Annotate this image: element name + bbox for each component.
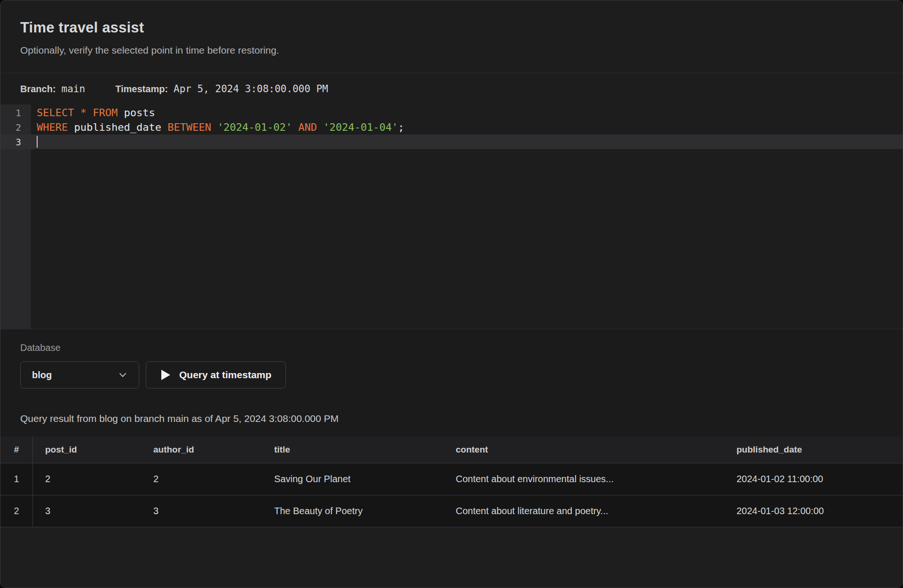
code-text: SELECT * FROM posts — [37, 107, 155, 119]
database-label: Database — [20, 342, 883, 354]
column-header: title — [262, 445, 444, 455]
sql-editor[interactable]: 1SELECT * FROM posts2WHERE published_dat… — [0, 104, 903, 329]
editor-lines: 1SELECT * FROM posts2WHERE published_dat… — [0, 104, 903, 149]
query-panel: Database blog Query at timestamp Query r… — [0, 329, 903, 588]
page-subtitle: Optionally, verify the selected point in… — [20, 44, 883, 57]
result-table: #post_idauthor_idtitlecontentpublished_d… — [0, 437, 903, 527]
table-cell: 3 — [33, 506, 141, 516]
database-select[interactable]: blog — [20, 361, 139, 389]
code-text: WHERE published_date BETWEEN '2024-01-02… — [37, 121, 404, 133]
editor-line[interactable]: 1SELECT * FROM posts — [0, 105, 903, 120]
table-cell: 2 — [0, 495, 33, 527]
column-header: content — [444, 445, 724, 455]
branch-timestamp-bar: Branch: main Timestamp: Apr 5, 2024 3:08… — [0, 73, 903, 104]
line-number: 2 — [0, 122, 32, 133]
table-cell: 2 — [141, 474, 262, 485]
time-travel-assist-modal: Time travel assist Optionally, verify th… — [0, 0, 903, 588]
line-number: 1 — [0, 107, 32, 119]
branch-group: Branch: main — [20, 83, 85, 95]
table-header-row: #post_idauthor_idtitlecontentpublished_d… — [0, 437, 903, 463]
database-selected-value: blog — [32, 370, 52, 381]
timestamp-label: Timestamp: — [115, 84, 168, 95]
editor-line[interactable]: 3 — [0, 135, 903, 149]
table-row[interactable]: 122Saving Our PlanetContent about enviro… — [0, 463, 903, 495]
run-button-label: Query at timestamp — [179, 369, 271, 381]
query-controls: blog Query at timestamp — [20, 361, 883, 389]
table-cell: 2024-01-02 11:00:00 — [724, 474, 903, 485]
line-number: 3 — [0, 136, 32, 148]
column-header: post_id — [33, 445, 141, 455]
chevron-down-icon — [118, 370, 127, 380]
table-cell: Content about literature and poetry... — [444, 506, 724, 516]
table-cell: Saving Our Planet — [262, 474, 444, 485]
branch-value: main — [62, 83, 86, 95]
table-footer-filler — [0, 527, 903, 588]
timestamp-value: Apr 5, 2024 3:08:00.000 PM — [174, 83, 328, 95]
table-body: 122Saving Our PlanetContent about enviro… — [0, 463, 903, 527]
table-cell: 2024-01-03 12:00:00 — [724, 506, 903, 516]
column-header: author_id — [141, 445, 262, 455]
column-header: # — [0, 437, 33, 463]
table-cell: 3 — [141, 506, 262, 516]
editor-line[interactable]: 2WHERE published_date BETWEEN '2024-01-0… — [0, 120, 903, 135]
table-row[interactable]: 233The Beauty of PoetryContent about lit… — [0, 495, 903, 527]
table-cell: The Beauty of Poetry — [262, 506, 444, 516]
query-result-caption: Query result from blog on branch main as… — [20, 412, 883, 425]
table-cell: Content about environmental issues... — [444, 474, 724, 485]
query-at-timestamp-button[interactable]: Query at timestamp — [146, 361, 286, 389]
code-text — [37, 136, 38, 148]
timestamp-group: Timestamp: Apr 5, 2024 3:08:00.000 PM — [115, 83, 328, 95]
table-cell: 1 — [0, 463, 33, 495]
play-icon — [160, 369, 171, 381]
branch-label: Branch: — [20, 84, 56, 95]
text-cursor-icon — [37, 136, 38, 148]
modal-header: Time travel assist Optionally, verify th… — [0, 0, 903, 73]
page-title: Time travel assist — [20, 17, 883, 38]
column-header: published_date — [724, 445, 903, 455]
table-cell: 2 — [33, 474, 141, 485]
